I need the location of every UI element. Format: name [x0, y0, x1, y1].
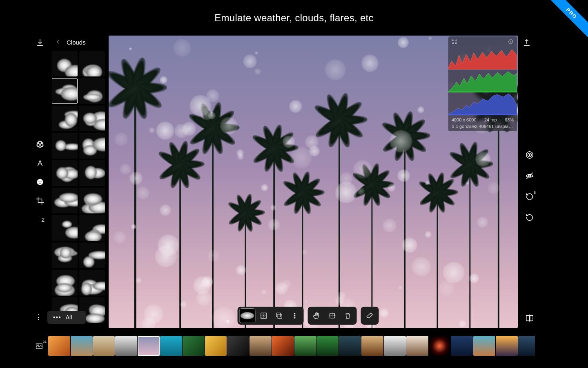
filmstrip-thumb[interactable] [339, 336, 361, 356]
collapse-icon[interactable] [452, 39, 457, 45]
filmstrip-thumb[interactable] [249, 336, 272, 356]
transform-group [308, 307, 357, 325]
cloud-thumb[interactable] [52, 270, 78, 296]
cloud-thumb[interactable] [52, 78, 78, 104]
histogram-panel[interactable]: 4000 x 6000 24 mp 63% o-c-gonzalez-40646… [448, 36, 517, 131]
filmstrip-thumb[interactable] [451, 336, 473, 356]
all-filter-button[interactable]: ••• All [47, 311, 86, 324]
filmstrip-thumb[interactable] [429, 336, 451, 356]
cloud-thumb[interactable] [79, 242, 105, 268]
overlay-picker-panel: Clouds [51, 36, 106, 328]
all-filter-label: All [66, 314, 72, 321]
svg-point-26 [38, 344, 38, 345]
text-tool-icon[interactable] [36, 159, 45, 168]
filmstrip-thumb[interactable] [473, 336, 495, 356]
svg-rect-16 [526, 316, 529, 321]
dots-icon: ••• [53, 314, 62, 321]
eraser-icon[interactable] [363, 308, 377, 323]
crop-tool-icon[interactable] [36, 196, 45, 205]
filmstrip-thumb[interactable] [138, 336, 160, 356]
svg-point-23 [294, 317, 295, 319]
cloud-thumb[interactable] [52, 160, 78, 186]
cloud-thumb[interactable] [79, 51, 105, 76]
share-icon[interactable] [522, 38, 531, 47]
cloud-thumb[interactable] [79, 270, 105, 296]
svg-rect-17 [530, 316, 533, 321]
filmstrip-thumb[interactable] [93, 336, 115, 356]
image-canvas[interactable]: 4000 x 6000 24 mp 63% o-c-gonzalez-40646… [109, 36, 518, 328]
cloud-thumb[interactable] [52, 105, 78, 131]
pan-hand-icon[interactable] [310, 308, 324, 323]
filmstrip: 31 [33, 334, 535, 357]
undo-icon[interactable] [525, 213, 534, 223]
cloud-thumb[interactable] [52, 242, 78, 268]
filmstrip-thumb[interactable] [361, 336, 383, 356]
cloud-thumb-grid [51, 51, 106, 323]
filmstrip-thumb[interactable] [48, 336, 70, 356]
compare-icon[interactable] [525, 314, 534, 324]
filmstrip-thumb[interactable] [115, 336, 137, 356]
filmstrip-scroll[interactable] [48, 336, 535, 356]
erase-group [361, 307, 379, 325]
cloud-thumb[interactable] [52, 188, 78, 213]
zoom-level: 63% [505, 117, 514, 122]
cloud-thumb[interactable] [79, 105, 105, 131]
more-options-icon[interactable]: ⋯ [34, 314, 43, 321]
svg-point-22 [294, 315, 295, 316]
info-icon[interactable] [508, 39, 514, 45]
timer-icon[interactable]: 6 [525, 192, 534, 202]
more-vert-icon[interactable] [287, 308, 302, 323]
filmstrip-thumb[interactable] [406, 336, 428, 356]
filmstrip-thumb[interactable] [71, 336, 93, 356]
image-filename: o-c-gonzalez-406461-unsplash.j… [448, 124, 517, 131]
visibility-off-icon[interactable] [525, 171, 534, 182]
cloud-thumb[interactable] [79, 78, 105, 104]
back-chevron-icon[interactable] [55, 38, 61, 47]
target-icon[interactable] [525, 150, 534, 161]
filmstrip-thumb[interactable] [183, 336, 205, 356]
right-tool-group: 6 [525, 150, 534, 223]
svg-point-6 [40, 181, 41, 182]
download-icon[interactable] [36, 38, 45, 47]
library-count-badge: 31 [43, 340, 47, 343]
cloud-thumb[interactable] [52, 51, 78, 76]
image-dimensions: 4000 x 6000 [452, 117, 477, 122]
filmstrip-thumb[interactable] [227, 336, 249, 356]
cloud-thumb[interactable] [52, 215, 78, 241]
canvas-toolbar [238, 307, 379, 325]
layers-tool-icon[interactable]: 2 [36, 215, 45, 224]
svg-point-5 [38, 181, 39, 182]
filmstrip-thumb[interactable] [294, 336, 316, 356]
cloud-thumb[interactable] [79, 160, 105, 186]
filmstrip-thumb[interactable] [160, 336, 182, 356]
cloud-thumb[interactable] [79, 188, 105, 213]
color-tool-icon[interactable] [36, 140, 45, 149]
svg-rect-19 [276, 313, 281, 317]
svg-point-14 [529, 155, 530, 156]
filmstrip-thumb[interactable] [317, 336, 339, 356]
transform-crop-icon[interactable] [325, 308, 340, 323]
filmstrip-thumb[interactable] [205, 336, 227, 356]
overlay-group [238, 307, 304, 325]
panel-footer: ⋯ ••• All [35, 311, 86, 324]
cloud-thumb[interactable] [79, 215, 105, 241]
mask-icon[interactable] [256, 308, 271, 323]
filmstrip-thumb[interactable] [496, 336, 518, 356]
blend-icon[interactable] [272, 308, 287, 323]
face-tool-icon[interactable] [36, 177, 45, 186]
histogram-blue [448, 93, 517, 116]
delete-icon[interactable] [341, 308, 355, 323]
current-overlay-thumb[interactable] [239, 308, 256, 323]
cloud-thumb[interactable] [79, 133, 105, 159]
filmstrip-thumb[interactable] [518, 336, 535, 356]
panel-title: Clouds [67, 39, 86, 46]
filmstrip-thumb[interactable] [384, 336, 406, 356]
filmstrip-thumb[interactable] [272, 336, 294, 356]
cloud-thumb[interactable] [52, 133, 78, 159]
library-icon[interactable]: 31 [33, 341, 46, 350]
image-megapixels: 24 mp [484, 117, 497, 122]
histogram-green [448, 70, 517, 93]
left-tool-group: 2 [33, 140, 47, 224]
histogram-red [448, 47, 517, 70]
svg-point-21 [294, 313, 295, 314]
